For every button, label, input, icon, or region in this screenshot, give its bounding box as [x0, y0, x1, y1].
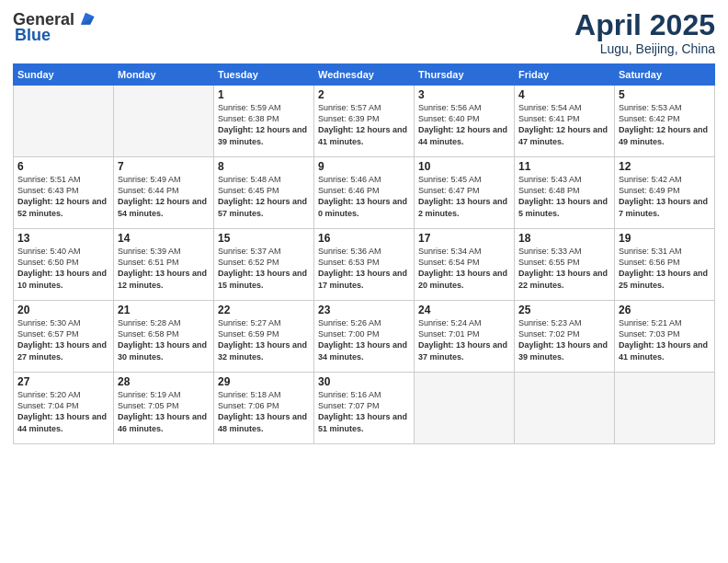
day-number: 30 — [318, 375, 410, 388]
day-info: Sunrise: 5:53 AMSunset: 6:42 PMDaylight:… — [619, 102, 711, 147]
day-number: 24 — [418, 304, 510, 316]
day-number: 16 — [318, 232, 410, 245]
day-info: Sunrise: 5:20 AMSunset: 7:04 PMDaylight:… — [17, 389, 109, 434]
day-number: 3 — [418, 88, 510, 101]
logo-blue-text: Blue — [15, 26, 51, 45]
day-info: Sunrise: 5:16 AMSunset: 7:07 PMDaylight:… — [318, 389, 410, 434]
day-number: 26 — [619, 304, 711, 316]
day-info: Sunrise: 5:19 AMSunset: 7:05 PMDaylight:… — [118, 389, 210, 434]
day-number: 11 — [518, 160, 610, 173]
calendar-cell: 10Sunrise: 5:45 AMSunset: 6:47 PMDayligh… — [415, 157, 515, 229]
day-number: 18 — [518, 232, 610, 245]
day-info: Sunrise: 5:42 AMSunset: 6:49 PMDaylight:… — [619, 174, 711, 219]
day-info: Sunrise: 5:18 AMSunset: 7:06 PMDaylight:… — [218, 389, 310, 434]
day-number: 25 — [518, 304, 610, 316]
calendar-cell: 22Sunrise: 5:27 AMSunset: 6:59 PMDayligh… — [214, 301, 314, 373]
day-number: 20 — [17, 304, 109, 316]
calendar-cell: 5Sunrise: 5:53 AMSunset: 6:42 PMDaylight… — [615, 86, 715, 157]
calendar-cell: 25Sunrise: 5:23 AMSunset: 7:02 PMDayligh… — [515, 301, 615, 373]
day-number: 10 — [418, 160, 510, 173]
calendar-cell: 24Sunrise: 5:24 AMSunset: 7:01 PMDayligh… — [415, 301, 515, 373]
logo-icon — [75, 9, 96, 29]
page: General Blue April 2025 Lugu, Beijing, C… — [0, 0, 728, 563]
calendar-cell: 29Sunrise: 5:18 AMSunset: 7:06 PMDayligh… — [214, 373, 314, 444]
day-info: Sunrise: 5:51 AMSunset: 6:43 PMDaylight:… — [17, 174, 109, 219]
calendar-cell: 15Sunrise: 5:37 AMSunset: 6:52 PMDayligh… — [214, 229, 314, 301]
calendar-cell: 3Sunrise: 5:56 AMSunset: 6:40 PMDaylight… — [415, 86, 515, 157]
day-info: Sunrise: 5:56 AMSunset: 6:40 PMDaylight:… — [418, 102, 510, 147]
day-number: 22 — [218, 304, 310, 316]
day-number: 12 — [619, 160, 711, 173]
weekday-header-thursday: Thursday — [415, 64, 515, 86]
day-info: Sunrise: 5:28 AMSunset: 6:58 PMDaylight:… — [118, 317, 210, 362]
calendar-cell: 18Sunrise: 5:33 AMSunset: 6:55 PMDayligh… — [515, 229, 615, 301]
calendar-cell: 27Sunrise: 5:20 AMSunset: 7:04 PMDayligh… — [14, 373, 114, 444]
day-info: Sunrise: 5:21 AMSunset: 7:03 PMDaylight:… — [619, 317, 711, 362]
calendar-cell: 17Sunrise: 5:34 AMSunset: 6:54 PMDayligh… — [415, 229, 515, 301]
day-info: Sunrise: 5:54 AMSunset: 6:41 PMDaylight:… — [518, 102, 610, 147]
weekday-header-tuesday: Tuesday — [214, 64, 314, 86]
logo: General Blue — [13, 9, 96, 45]
day-number: 17 — [418, 232, 510, 245]
calendar-cell: 9Sunrise: 5:46 AMSunset: 6:46 PMDaylight… — [314, 157, 415, 229]
calendar-cell: 2Sunrise: 5:57 AMSunset: 6:39 PMDaylight… — [314, 86, 415, 157]
calendar-week-1: 1Sunrise: 5:59 AMSunset: 6:38 PMDaylight… — [14, 86, 715, 157]
day-info: Sunrise: 5:30 AMSunset: 6:57 PMDaylight:… — [17, 317, 109, 362]
calendar-cell: 30Sunrise: 5:16 AMSunset: 7:07 PMDayligh… — [314, 373, 415, 444]
day-number: 13 — [17, 232, 109, 245]
day-info: Sunrise: 5:59 AMSunset: 6:38 PMDaylight:… — [218, 102, 310, 147]
day-info: Sunrise: 5:37 AMSunset: 6:52 PMDaylight:… — [218, 246, 310, 291]
day-info: Sunrise: 5:57 AMSunset: 6:39 PMDaylight:… — [318, 102, 410, 147]
calendar-cell — [114, 86, 214, 157]
calendar-cell: 6Sunrise: 5:51 AMSunset: 6:43 PMDaylight… — [14, 157, 114, 229]
header: General Blue April 2025 Lugu, Beijing, C… — [13, 9, 715, 56]
calendar-cell: 12Sunrise: 5:42 AMSunset: 6:49 PMDayligh… — [615, 157, 715, 229]
calendar-cell: 13Sunrise: 5:40 AMSunset: 6:50 PMDayligh… — [14, 229, 114, 301]
weekday-header-wednesday: Wednesday — [314, 64, 415, 86]
weekday-header-friday: Friday — [515, 64, 615, 86]
calendar-cell — [415, 373, 515, 444]
day-number: 1 — [218, 88, 310, 101]
day-number: 29 — [218, 375, 310, 388]
calendar-cell — [615, 373, 715, 444]
calendar-cell: 8Sunrise: 5:48 AMSunset: 6:45 PMDaylight… — [214, 157, 314, 229]
day-info: Sunrise: 5:24 AMSunset: 7:01 PMDaylight:… — [418, 317, 510, 362]
title-block: April 2025 Lugu, Beijing, China — [574, 9, 715, 56]
calendar-week-3: 13Sunrise: 5:40 AMSunset: 6:50 PMDayligh… — [14, 229, 715, 301]
weekday-header-saturday: Saturday — [615, 64, 715, 86]
day-info: Sunrise: 5:45 AMSunset: 6:47 PMDaylight:… — [418, 174, 510, 219]
day-number: 9 — [318, 160, 410, 173]
day-number: 23 — [318, 304, 410, 316]
calendar: SundayMondayTuesdayWednesdayThursdayFrid… — [13, 63, 715, 444]
day-info: Sunrise: 5:40 AMSunset: 6:50 PMDaylight:… — [17, 246, 109, 291]
day-number: 27 — [17, 375, 109, 388]
day-number: 21 — [118, 304, 210, 316]
day-info: Sunrise: 5:43 AMSunset: 6:48 PMDaylight:… — [518, 174, 610, 219]
day-number: 6 — [17, 160, 109, 173]
day-info: Sunrise: 5:34 AMSunset: 6:54 PMDaylight:… — [418, 246, 510, 291]
calendar-week-4: 20Sunrise: 5:30 AMSunset: 6:57 PMDayligh… — [14, 301, 715, 373]
month-title: April 2025 — [574, 9, 715, 41]
calendar-cell: 11Sunrise: 5:43 AMSunset: 6:48 PMDayligh… — [515, 157, 615, 229]
day-info: Sunrise: 5:26 AMSunset: 7:00 PMDaylight:… — [318, 317, 410, 362]
day-info: Sunrise: 5:23 AMSunset: 7:02 PMDaylight:… — [518, 317, 610, 362]
calendar-cell: 19Sunrise: 5:31 AMSunset: 6:56 PMDayligh… — [615, 229, 715, 301]
weekday-header-row: SundayMondayTuesdayWednesdayThursdayFrid… — [14, 64, 715, 86]
day-number: 7 — [118, 160, 210, 173]
calendar-cell: 14Sunrise: 5:39 AMSunset: 6:51 PMDayligh… — [114, 229, 214, 301]
calendar-week-2: 6Sunrise: 5:51 AMSunset: 6:43 PMDaylight… — [14, 157, 715, 229]
day-info: Sunrise: 5:39 AMSunset: 6:51 PMDaylight:… — [118, 246, 210, 291]
weekday-header-monday: Monday — [114, 64, 214, 86]
weekday-header-sunday: Sunday — [14, 64, 114, 86]
day-number: 14 — [118, 232, 210, 245]
calendar-week-5: 27Sunrise: 5:20 AMSunset: 7:04 PMDayligh… — [14, 373, 715, 444]
day-number: 2 — [318, 88, 410, 101]
calendar-cell: 20Sunrise: 5:30 AMSunset: 6:57 PMDayligh… — [14, 301, 114, 373]
calendar-cell: 21Sunrise: 5:28 AMSunset: 6:58 PMDayligh… — [114, 301, 214, 373]
day-info: Sunrise: 5:48 AMSunset: 6:45 PMDaylight:… — [218, 174, 310, 219]
calendar-cell: 26Sunrise: 5:21 AMSunset: 7:03 PMDayligh… — [615, 301, 715, 373]
calendar-cell: 7Sunrise: 5:49 AMSunset: 6:44 PMDaylight… — [114, 157, 214, 229]
calendar-cell: 1Sunrise: 5:59 AMSunset: 6:38 PMDaylight… — [214, 86, 314, 157]
calendar-cell: 16Sunrise: 5:36 AMSunset: 6:53 PMDayligh… — [314, 229, 415, 301]
calendar-cell — [515, 373, 615, 444]
